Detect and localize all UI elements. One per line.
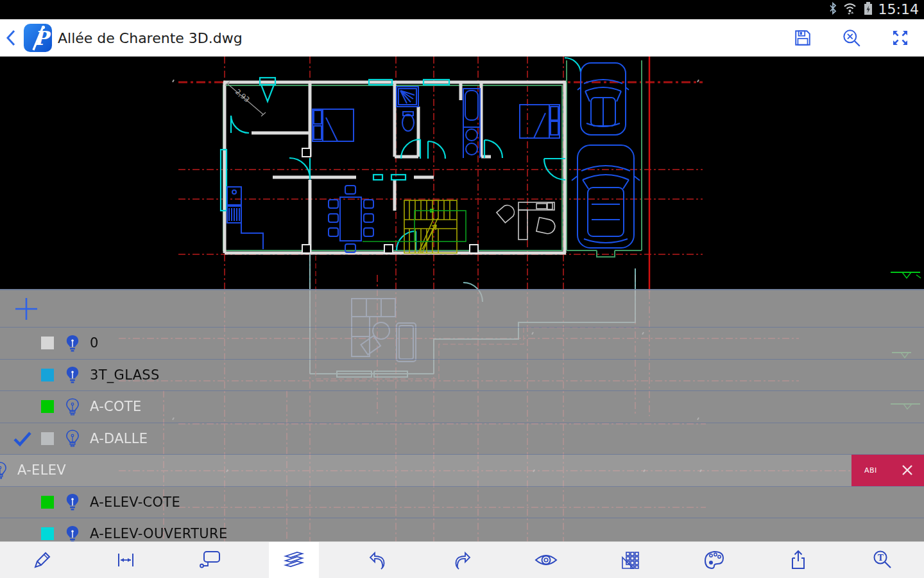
layer-name: 3T_GLASS (90, 367, 160, 383)
add-layer-row (0, 290, 924, 328)
layer-swipe-action[interactable]: ABI (851, 455, 924, 486)
layer-name: A-ELEV-OUVERTURE (90, 526, 227, 541)
clock: 15:14 (878, 0, 919, 19)
layers-icon (282, 548, 306, 572)
layer-row[interactable]: A-ELEV-COTE (0, 487, 924, 519)
share-icon (787, 548, 810, 572)
colors-button[interactable] (672, 542, 756, 578)
close-icon[interactable] (900, 463, 914, 477)
layer-color-swatch[interactable] (41, 400, 54, 413)
layer-color-swatch[interactable] (41, 369, 54, 381)
undo-icon (366, 548, 389, 572)
layer-color-swatch[interactable] (41, 527, 54, 540)
layers-panel: 0 3T_GLASS A-COTE (0, 289, 924, 541)
blocks-button[interactable] (588, 542, 672, 578)
layer-row[interactable]: A-COTE (0, 391, 924, 423)
app-logo-icon: P (23, 23, 53, 53)
layer-row[interactable]: A-DALLE (0, 423, 924, 455)
layer-row[interactable]: 3T_GLASS (0, 360, 924, 392)
layer-visibility-bulb-icon[interactable] (65, 430, 80, 447)
layer-name: A-ELEV-COTE (90, 495, 180, 510)
zoom-extents-button[interactable] (842, 28, 861, 48)
blocks-grid-icon (619, 548, 642, 572)
save-button[interactable] (793, 28, 812, 48)
eye-icon (533, 548, 559, 572)
layer-name: A-ELEV (17, 462, 66, 478)
layer-row[interactable]: A-ELEV ABI (0, 455, 924, 487)
back-button[interactable] (0, 19, 22, 57)
find-text-icon: T (871, 548, 894, 572)
visibility-button[interactable] (504, 542, 588, 578)
battery-icon (863, 1, 873, 19)
fullscreen-button[interactable] (891, 28, 910, 48)
redo-icon (450, 548, 474, 572)
layer-row[interactable]: A-ELEV-OUVERTURE (0, 518, 924, 541)
layer-visibility-bulb-icon[interactable] (65, 398, 80, 416)
layers-button[interactable] (252, 542, 336, 578)
measure-button[interactable] (84, 542, 168, 578)
comment-button[interactable] (168, 542, 252, 578)
layer-color-swatch[interactable] (41, 337, 54, 349)
layer-name: A-DALLE (90, 431, 148, 446)
layer-visibility-bulb-icon[interactable] (0, 462, 8, 479)
draw-button[interactable] (0, 542, 84, 578)
layer-name: 0 (90, 335, 99, 351)
layer-name: A-COTE (90, 399, 142, 414)
layer-visibility-bulb-icon[interactable] (65, 525, 80, 541)
redo-button[interactable] (420, 542, 504, 578)
status-bar: 15:14 (0, 0, 924, 19)
layer-visibility-bulb-icon[interactable] (65, 493, 80, 511)
layer-color-swatch[interactable] (41, 432, 54, 445)
bluetooth-icon (828, 1, 837, 18)
undo-button[interactable] (336, 542, 420, 578)
selected-check-icon (13, 430, 32, 447)
layer-row[interactable]: 0 (0, 328, 924, 360)
document-title: Allée de Charente 3D.dwg (58, 30, 793, 46)
export-button[interactable] (756, 542, 840, 578)
pencil-icon (30, 548, 53, 572)
palette-icon (702, 548, 726, 572)
callout-icon (198, 548, 222, 572)
swipe-action-label: ABI (864, 466, 877, 475)
layer-visibility-bulb-icon[interactable] (65, 335, 80, 352)
svg-text:T: T (878, 554, 884, 563)
selected-tool-highlight (269, 542, 319, 578)
app-header: P Allée de Charente 3D.dwg (0, 19, 924, 57)
wifi-icon (843, 1, 858, 18)
add-layer-button[interactable] (13, 296, 39, 322)
bottom-toolbar: T (0, 541, 924, 578)
dimension-icon (114, 548, 137, 572)
layer-color-swatch[interactable] (41, 496, 54, 509)
layer-visibility-bulb-icon[interactable] (65, 366, 80, 383)
find-text-button[interactable]: T (840, 542, 924, 578)
